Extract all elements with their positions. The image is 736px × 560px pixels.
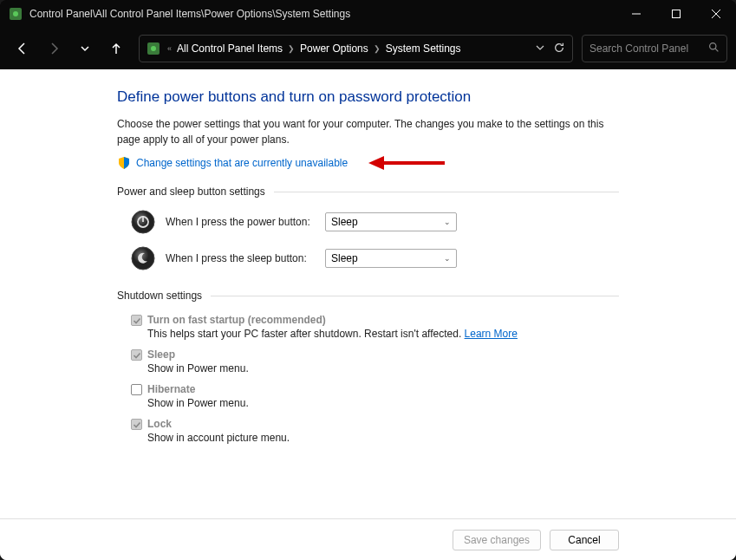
breadcrumb[interactable]: « All Control Panel Items ❯ Power Option…	[139, 35, 573, 62]
power-icon	[131, 210, 155, 234]
forward-button[interactable]	[40, 35, 68, 62]
svg-line-9	[715, 49, 718, 51]
section-label-shutdown: Shutdown settings	[117, 290, 202, 302]
fast-startup-checkbox	[131, 315, 142, 326]
sleep-checkbox	[131, 349, 142, 361]
search-placeholder: Search Control Panel	[589, 42, 708, 55]
svg-point-15	[132, 247, 154, 270]
select-value: Sleep	[331, 216, 444, 228]
power-button-label: When I press the power button:	[166, 216, 315, 228]
shield-icon	[117, 156, 131, 170]
sleep-icon	[131, 246, 155, 270]
page-description: Choose the power settings that you want …	[117, 116, 619, 147]
hibernate-desc: Show in Power menu.	[147, 397, 619, 409]
back-button[interactable]	[9, 35, 36, 62]
breadcrumb-item[interactable]: Power Options	[300, 42, 368, 55]
hibernate-checkbox	[131, 384, 142, 395]
hibernate-label: Hibernate	[147, 383, 195, 395]
breadcrumb-item[interactable]: System Settings	[386, 42, 461, 55]
close-button[interactable]	[696, 0, 736, 28]
sleep-desc: Show in Power menu.	[147, 362, 619, 374]
chevron-right-icon: ❯	[288, 44, 295, 53]
search-input[interactable]: Search Control Panel	[582, 35, 727, 62]
history-dropdown-icon[interactable]	[536, 42, 544, 55]
app-icon	[9, 7, 23, 21]
divider	[211, 296, 619, 296]
chevron-down-icon: ⌄	[444, 218, 451, 226]
breadcrumb-item[interactable]: All Control Panel Items	[177, 42, 283, 55]
lock-checkbox	[131, 419, 142, 430]
save-button: Save changes	[453, 530, 541, 550]
up-button[interactable]	[102, 35, 130, 62]
fast-startup-desc: This helps start your PC faster after sh…	[147, 328, 619, 340]
location-icon	[147, 42, 160, 55]
select-value: Sleep	[331, 252, 444, 264]
chevron-right-icon: ❯	[374, 44, 381, 53]
sleep-label: Sleep	[147, 348, 175, 361]
divider	[274, 192, 619, 192]
svg-point-8	[710, 43, 716, 49]
fast-startup-label: Turn on fast startup (recommended)	[147, 314, 326, 326]
learn-more-link[interactable]: Learn More	[465, 328, 518, 340]
svg-point-7	[151, 46, 156, 51]
sleep-button-select[interactable]: Sleep ⌄	[325, 249, 457, 268]
lock-label: Lock	[147, 418, 172, 430]
section-label-power: Power and sleep button settings	[117, 186, 265, 198]
chevron-down-icon: ⌄	[444, 254, 451, 263]
change-settings-link[interactable]: Change settings that are currently unava…	[136, 157, 348, 169]
svg-point-1	[13, 11, 18, 16]
recent-locations-button[interactable]	[71, 35, 99, 62]
breadcrumb-prefix: «	[167, 44, 172, 53]
power-button-select[interactable]: Sleep ⌄	[325, 212, 457, 231]
lock-desc: Show in account picture menu.	[147, 432, 619, 444]
maximize-button[interactable]	[656, 0, 696, 28]
page-title: Define power buttons and turn on passwor…	[117, 88, 619, 106]
sleep-button-label: When I press the sleep button:	[166, 252, 315, 264]
search-icon	[708, 42, 720, 55]
window-title: Control Panel\All Control Panel Items\Po…	[29, 8, 616, 20]
minimize-button[interactable]	[616, 0, 656, 28]
cancel-button[interactable]: Cancel	[550, 530, 619, 550]
refresh-button[interactable]	[553, 42, 565, 56]
svg-rect-3	[673, 10, 681, 18]
svg-marker-11	[368, 156, 384, 170]
